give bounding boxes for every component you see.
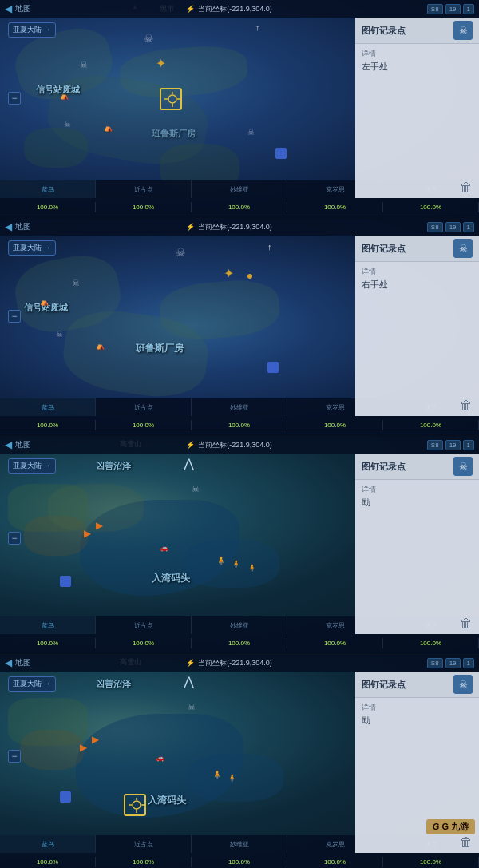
skull-3-1: ☠: [192, 484, 200, 494]
stat-pct-1-1: 100.0%: [0, 202, 96, 212]
top-bar-4: ◀ 地图 ⚡ 当前坐标(-221.9,304.0) S8 19 1: [0, 654, 479, 672]
person-3-2: 🧍: [232, 560, 240, 568]
stat-s8-2: S8: [427, 222, 443, 232]
tab-bluebird-4[interactable]: 蓝鸟: [0, 835, 96, 853]
region-tag-4: 亚夏大陆 ↔: [8, 676, 56, 692]
tab-bluebird-1[interactable]: 蓝鸟: [0, 180, 96, 198]
stat-19-1: 19: [445, 4, 461, 14]
coord-icon-4: ⚡: [186, 659, 195, 667]
stat-pct-2-3: 100.0%: [192, 420, 287, 430]
energy-icon-1: [275, 148, 287, 159]
zoom-minus-btn-2[interactable]: −: [8, 310, 21, 323]
pin-button-3[interactable]: ☠: [453, 457, 473, 476]
tab-bluebird-3[interactable]: 蓝鸟: [0, 616, 96, 634]
skull-2-3: ☠: [56, 330, 63, 339]
skull-4-1: ☠: [188, 702, 196, 712]
top-bar-1: ◀ 地图 ⚡ 当前坐标(-221.9,304.0) S8 19 1: [0, 0, 479, 18]
panel-title-1: 图钉记录点: [362, 25, 406, 37]
region-label-2b: 班鲁斯厂房: [136, 342, 184, 355]
detail-value-4: 劻: [362, 715, 473, 727]
pin-button-2[interactable]: ☠: [453, 239, 473, 258]
map-panel-4: 高雪山 亚夏大陆 ↔ − 凶善沼泽 入湾码头 ⋀ ▶ ▶ ☠ 🧍 🧍: [0, 654, 479, 868]
delete-button-4[interactable]: 🗑: [460, 835, 473, 850]
back-button-1[interactable]: ◀: [5, 3, 12, 14]
side-panel-header-2: 图钉记录点 ☠: [355, 236, 479, 262]
delete-button-2[interactable]: 🗑: [460, 398, 473, 413]
bottom-stats-4: 100.0% 100.0% 100.0% 100.0% 100.0%: [0, 853, 479, 868]
compass-2: ✦: [224, 266, 234, 281]
factory-label-1: 班鲁斯厂房: [152, 128, 196, 140]
pin-button-4[interactable]: ☠: [453, 675, 473, 694]
target-marker-1: [160, 88, 182, 110]
stat-pct-4-1: 100.0%: [0, 857, 96, 867]
tab-miao-2[interactable]: 妙维亚: [192, 398, 287, 416]
tab-miao-1[interactable]: 妙维亚: [192, 180, 287, 198]
pin-button-1[interactable]: ☠: [453, 21, 473, 40]
panel-title-4: 图钉记录点: [362, 679, 406, 691]
side-panel-header-4: 图钉记录点 ☠: [355, 672, 479, 698]
stat-19-3: 19: [445, 440, 461, 450]
side-panel-3: 图钉记录点 ☠ 详情 劻 🗑: [355, 454, 479, 634]
stat-pct-3-1: 100.0%: [0, 638, 96, 648]
svg-point-5: [133, 801, 141, 809]
stat-pct-1-2: 100.0%: [96, 202, 192, 212]
coord-text-2: 当前坐标(-221.9,304.0): [198, 222, 272, 232]
person-4-2: 🧍: [228, 774, 236, 782]
camp-1: ⛺: [60, 92, 69, 100]
skull-2-2: ☠: [72, 278, 80, 288]
stat-pct-2-1: 100.0%: [0, 420, 96, 430]
back-button-2[interactable]: ◀: [5, 221, 12, 232]
tab-miao-4[interactable]: 妙维亚: [192, 835, 287, 853]
side-panel-2: 图钉记录点 ☠ 详情 右手处 🗑: [355, 236, 479, 416]
camp-2-2: ⛺: [96, 342, 105, 350]
tower-4: ⋀: [184, 674, 194, 689]
energy-icon-4: [60, 791, 71, 803]
detail-label-1: 详情: [362, 49, 473, 59]
map-panel-3: 高雪山 亚夏大陆 ↔ − 凶善沼泽 入湾码头 ⋀ ▶ ▶ ☠ 🧍 🧍 🧍 🚗 ◀…: [0, 436, 479, 652]
bottom-stats-2: 100.0% 100.0% 100.0% 100.0% 100.0%: [0, 416, 479, 434]
zoom-minus-btn-4[interactable]: −: [8, 750, 21, 763]
tab-near-3[interactable]: 近占点: [96, 616, 192, 634]
stat-pct-1-4: 100.0%: [287, 202, 383, 212]
zoom-minus-btn-3[interactable]: −: [8, 532, 21, 545]
tab-near-1[interactable]: 近占点: [96, 180, 192, 198]
stat-pct-4-4: 100.0%: [287, 857, 383, 867]
top-bar-3: ◀ 地图 ⚡ 当前坐标(-221.9,304.0) S8 19 1: [0, 436, 479, 454]
region-tag-3: 亚夏大陆 ↔: [8, 458, 56, 474]
back-button-3[interactable]: ◀: [5, 439, 12, 450]
stat-pct-2-2: 100.0%: [96, 420, 192, 430]
stat-19-2: 19: [445, 222, 461, 232]
stat-pct-4-5: 100.0%: [383, 857, 479, 867]
coord-text-3: 当前坐标(-221.9,304.0): [198, 440, 272, 450]
delete-button-1[interactable]: 🗑: [460, 180, 473, 195]
side-panel-header-3: 图钉记录点 ☠: [355, 454, 479, 480]
top-bar-2: ◀ 地图 ⚡ 当前坐标(-221.9,304.0) S8 19 1: [0, 218, 479, 236]
coord-text-4: 当前坐标(-221.9,304.0): [198, 658, 272, 668]
stat-1-2: 1: [463, 222, 474, 232]
back-button-4[interactable]: ◀: [5, 657, 12, 668]
detail-value-1: 左手处: [362, 61, 473, 73]
tab-miao-3[interactable]: 妙维亚: [192, 616, 287, 634]
zoom-minus-btn-1[interactable]: −: [8, 92, 21, 105]
bottom-stats-3: 100.0% 100.0% 100.0% 100.0% 100.0%: [0, 634, 479, 652]
jiuyou-g-icon: G: [433, 822, 440, 831]
stat-1-4: 1: [463, 658, 474, 668]
skull-4: ☠: [247, 128, 255, 137]
delete-button-3[interactable]: 🗑: [460, 616, 473, 631]
region-label-3b: 入湾码头: [152, 572, 190, 585]
tab-bluebird-2[interactable]: 蓝鸟: [0, 398, 96, 416]
jiuyou-text: G 九游: [441, 822, 469, 831]
side-panel-1: 图钉记录点 ☠ 详情 左手处 🗑: [355, 18, 479, 198]
detail-value-2: 右手处: [362, 279, 473, 291]
compass-1: ✦: [156, 56, 166, 71]
stat-s8-1: S8: [427, 4, 443, 14]
side-panel-body-2: 详情 右手处: [355, 262, 479, 416]
transport-4: 🚗: [156, 754, 164, 762]
stat-s8-4: S8: [427, 658, 443, 668]
tab-near-2[interactable]: 近占点: [96, 398, 192, 416]
tab-near-4[interactable]: 近占点: [96, 835, 192, 853]
stat-pct-2-5: 100.0%: [383, 420, 479, 430]
arrow-3-2: ▶: [96, 520, 103, 531]
detail-label-4: 详情: [362, 703, 473, 713]
detail-label-2: 详情: [362, 267, 473, 277]
